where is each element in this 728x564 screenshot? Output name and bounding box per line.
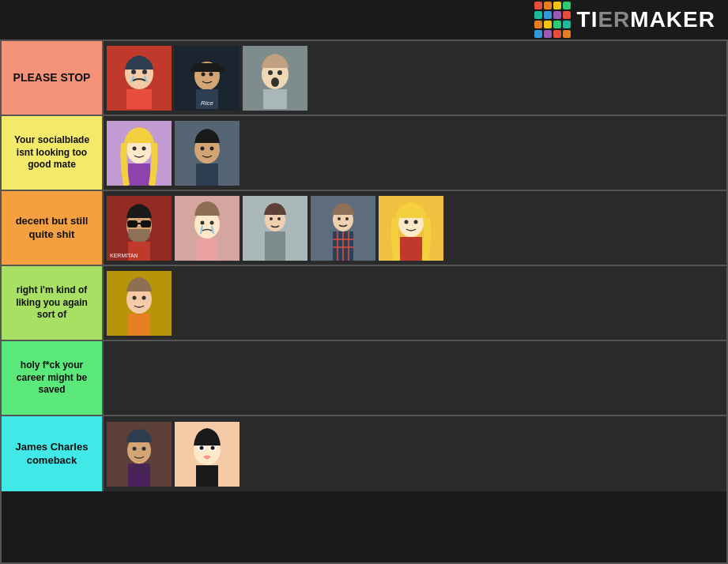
svg-point-15 [268, 70, 273, 75]
svg-rect-61 [400, 237, 422, 261]
header: TiERMAKER [0, 0, 728, 39]
svg-point-22 [142, 146, 146, 150]
svg-point-21 [133, 146, 137, 150]
svg-rect-71 [128, 464, 150, 487]
svg-rect-31 [127, 220, 138, 227]
logo-grid-cell [534, 2, 542, 9]
svg-point-2 [131, 70, 136, 74]
tier-label-decent: decent but still quite shit [2, 191, 102, 265]
svg-rect-32 [141, 220, 151, 227]
person-james-charles[interactable] [175, 422, 240, 487]
logo-grid-cell [544, 11, 552, 19]
person-logan-paul[interactable] [107, 271, 172, 336]
svg-point-59 [405, 220, 409, 224]
tier-list: PLEASE STOP [0, 39, 728, 564]
svg-point-77 [200, 446, 204, 449]
logo-grid-cell [553, 21, 561, 28]
svg-text:KERMITAN: KERMITAN [110, 253, 138, 258]
svg-point-7 [202, 72, 206, 76]
logo-text: TiERMAKER [577, 7, 715, 32]
logo-grid-cell [563, 30, 571, 38]
tier-label-holy: holy f*ck your career might be saved [2, 341, 102, 415]
svg-point-16 [277, 70, 282, 75]
tier-row-please-stop: PLEASE STOP [2, 41, 726, 116]
logo-grid-cell [544, 2, 552, 9]
tier-items-decent[interactable]: KERMITAN [102, 191, 726, 265]
logo-grid-cell [553, 11, 561, 19]
tier-label-please-stop: PLEASE STOP [2, 41, 102, 115]
svg-point-64 [133, 295, 137, 299]
person-surprised[interactable] [243, 46, 307, 111]
svg-point-50 [345, 217, 349, 220]
logo-grid-cell [544, 30, 552, 38]
svg-rect-23 [128, 164, 150, 186]
person-bearded-sunglasses[interactable]: KERMITAN [107, 196, 172, 261]
person-blonde-woman[interactable] [107, 121, 172, 186]
svg-text:Rice: Rice [201, 100, 214, 107]
svg-rect-4 [126, 89, 152, 109]
svg-point-70 [142, 446, 146, 450]
svg-point-27 [210, 146, 214, 150]
tier-row-james: James Charles comeback [2, 416, 726, 491]
tier-items-liking[interactable] [102, 266, 726, 340]
svg-point-45 [277, 217, 281, 220]
logo-grid-cell [563, 21, 571, 28]
tier-row-socialblade: Your socialblade isnt looking too good m… [2, 116, 726, 191]
svg-point-49 [338, 217, 341, 220]
tier-label-socialblade: Your socialblade isnt looking too good m… [2, 116, 102, 190]
svg-point-17 [271, 77, 279, 87]
logo-grid-cell [553, 2, 561, 9]
tier-items-please-stop[interactable]: Rice [102, 41, 726, 115]
person-pewdiepie[interactable] [107, 422, 172, 487]
logo-grid-cell [534, 11, 542, 19]
person-tana-mongeau[interactable] [379, 196, 443, 261]
svg-point-3 [142, 70, 147, 74]
tier-row-liking: right i'm kind of liking you again sort … [2, 266, 726, 341]
svg-rect-46 [265, 231, 285, 261]
svg-rect-41 [196, 239, 218, 261]
svg-rect-11 [190, 68, 224, 72]
svg-point-40 [210, 220, 214, 224]
svg-point-44 [270, 217, 273, 220]
person-plaid-man[interactable] [311, 196, 375, 261]
svg-point-26 [201, 146, 205, 150]
tier-label-james: James Charles comeback [2, 416, 102, 491]
svg-point-65 [142, 295, 146, 299]
person-dark-man[interactable] [175, 121, 240, 186]
logo-grid-cell [563, 2, 571, 9]
logo-grid-cell [534, 21, 542, 28]
tier-row-holy: holy f*ck your career might be saved [2, 341, 726, 416]
svg-point-87 [204, 455, 210, 457]
svg-rect-28 [196, 164, 218, 186]
svg-rect-88 [196, 465, 218, 487]
tiermaker-logo: TiERMAKER [534, 2, 715, 38]
svg-point-79 [211, 446, 215, 449]
logo-grid-cell [563, 11, 571, 19]
logo-grid [534, 2, 571, 38]
svg-rect-66 [128, 314, 150, 336]
svg-point-8 [209, 72, 213, 76]
logo-grid-cell [544, 21, 552, 28]
logo-grid-cell [553, 30, 561, 38]
svg-point-69 [133, 446, 137, 450]
app-container: TiERMAKER PLEASE STOP [0, 0, 728, 564]
svg-point-60 [414, 220, 418, 224]
tier-items-james[interactable] [102, 416, 726, 491]
tier-label-liking: right i'm kind of liking you again sort … [2, 266, 102, 340]
logo-grid-cell [534, 30, 542, 38]
svg-point-39 [201, 220, 205, 224]
tier-items-holy[interactable] [102, 341, 726, 415]
svg-rect-18 [263, 89, 287, 109]
tier-items-socialblade[interactable] [102, 116, 726, 190]
tier-row-decent: decent but still quite shit [2, 191, 726, 266]
person-ricegum[interactable]: Rice [175, 46, 240, 111]
person-crying[interactable] [107, 46, 172, 111]
person-casual-man[interactable] [243, 196, 307, 261]
person-crying-woman[interactable] [175, 196, 240, 261]
